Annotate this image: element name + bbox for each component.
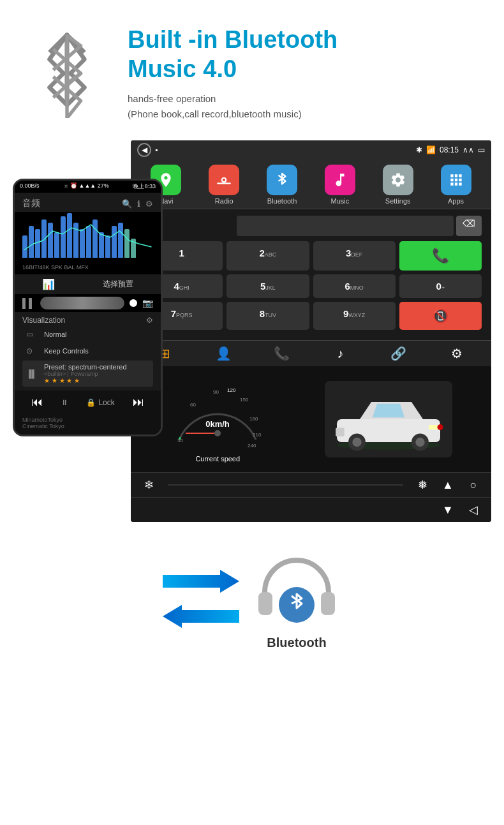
svg-text:120: 120 bbox=[227, 387, 236, 393]
apps-label: Apps bbox=[448, 197, 464, 205]
key-0[interactable]: 0+ bbox=[399, 274, 482, 298]
nav-music-icon[interactable]: ♪ bbox=[327, 346, 353, 361]
eq-bar-1 bbox=[22, 235, 27, 258]
next-btn[interactable]: ⏭ bbox=[133, 396, 144, 409]
eq-bar-7 bbox=[61, 216, 66, 258]
key-9[interactable]: 9WXYZ bbox=[313, 302, 396, 330]
viz-item-normal[interactable]: ▭ Normal bbox=[22, 327, 153, 341]
phone-overlay: 0.00B/s ☼ ⏰ ▲▲▲ 27% 晚上8:33 音频 🔍 ℹ ⚙ bbox=[13, 179, 163, 436]
phone-bars2-icon[interactable]: ▌▌ bbox=[22, 298, 35, 308]
normal-label: Normal bbox=[44, 331, 66, 338]
pause-btn[interactable]: ⏸ bbox=[61, 398, 68, 407]
nav-settings2-icon[interactable]: ⚙ bbox=[444, 346, 470, 361]
signal-icon: 📶 bbox=[426, 145, 436, 154]
svg-rect-27 bbox=[336, 428, 345, 437]
phone-camera-icon[interactable]: 📷 bbox=[142, 298, 153, 308]
svg-marker-29 bbox=[163, 570, 239, 593]
dial-input-row: ⌫ bbox=[140, 216, 482, 236]
bluetooth-app-icon bbox=[267, 165, 297, 195]
dialpad-area: ⌫ 1 2ABC 3DEF 📞 4GHI 5JKL 6MNO 0+ 7PQRS … bbox=[131, 209, 491, 340]
bottom-bluetooth-label: Bluetooth bbox=[267, 635, 326, 650]
eq-bar-13 bbox=[99, 232, 104, 258]
up-arrow-btn[interactable]: ▲ bbox=[435, 479, 461, 492]
slider-track bbox=[168, 484, 403, 486]
app-radio[interactable]: Radio bbox=[209, 165, 239, 205]
phone-preset-label[interactable]: 选择预置 bbox=[103, 279, 133, 290]
svg-text:90: 90 bbox=[213, 389, 219, 395]
eq-bar-5 bbox=[48, 223, 53, 258]
keep-label: Keep Controls bbox=[44, 347, 89, 355]
apps-icon bbox=[441, 165, 471, 195]
fan2-icon[interactable]: ❅ bbox=[410, 478, 435, 492]
home-circle-btn[interactable]: ○ bbox=[461, 479, 486, 492]
key-8[interactable]: 8TUV bbox=[226, 302, 309, 330]
android-bar: ❄ ❅ ▲ ○ bbox=[131, 472, 491, 497]
key-3[interactable]: 3DEF bbox=[313, 241, 396, 271]
call-button[interactable]: 📞 bbox=[399, 241, 482, 271]
down-arrow-btn[interactable]: ▼ bbox=[435, 503, 461, 517]
phone-settings-icon[interactable]: ⚙ bbox=[145, 199, 153, 209]
eq-bar-14 bbox=[105, 235, 110, 258]
key-6[interactable]: 6MNO bbox=[313, 274, 396, 298]
app-bluetooth[interactable]: Bluetooth bbox=[267, 165, 297, 205]
top-text: Built -in Bluetooth Music 4.0 hands-free… bbox=[128, 19, 337, 122]
music-label: Music bbox=[331, 197, 350, 205]
eq-bar-15 bbox=[112, 226, 117, 258]
bottom-section: Bluetooth bbox=[0, 528, 504, 669]
phone-bars-icon[interactable]: 📊 bbox=[42, 278, 55, 290]
nav-contacts-icon[interactable]: 👤 bbox=[211, 346, 236, 361]
top-section: Built -in Bluetooth Music 4.0 hands-free… bbox=[0, 0, 504, 140]
eq-bar-8 bbox=[67, 213, 72, 258]
eq-bar-10 bbox=[80, 229, 85, 258]
waveform-line bbox=[40, 297, 124, 309]
nav-link-icon[interactable]: 🔗 bbox=[386, 346, 411, 361]
arrow-left-svg bbox=[163, 602, 239, 631]
expand-icon: ∧∧ bbox=[463, 145, 474, 154]
keep-icon: ⊙ bbox=[26, 346, 39, 355]
key-2[interactable]: 2ABC bbox=[226, 241, 309, 271]
viz-item-preset[interactable]: ▐▌ Preset: spectrum-centered <builtin> |… bbox=[22, 360, 153, 387]
app-row: Navi Radio Bluetooth Mu bbox=[131, 160, 491, 209]
svg-point-28 bbox=[437, 424, 443, 430]
keypad-grid: 1 2ABC 3DEF 📞 4GHI 5JKL 6MNO 0+ 7PQRS 8T… bbox=[140, 241, 482, 330]
phone-info-icon[interactable]: ℹ bbox=[137, 199, 140, 209]
bluetooth-icon-large bbox=[26, 19, 108, 128]
viz-items: ▭ Normal ⊙ Keep Controls ▐▌ Preset: spec… bbox=[22, 327, 153, 387]
car-image bbox=[325, 381, 452, 457]
bottom-nav: ⊞ 👤 📞 ♪ 🔗 ⚙ bbox=[131, 340, 491, 366]
bt-status-icon: ✱ bbox=[416, 145, 422, 154]
key-5[interactable]: 5JKL bbox=[226, 274, 309, 298]
svg-text:30: 30 bbox=[177, 438, 183, 443]
viz-item-keep[interactable]: ⊙ Keep Controls bbox=[22, 344, 153, 358]
viz-settings-icon[interactable]: ⚙ bbox=[146, 316, 153, 325]
normal-icon: ▭ bbox=[26, 330, 39, 339]
fan-icon[interactable]: ❄ bbox=[136, 478, 161, 492]
arrow-right-svg bbox=[163, 567, 239, 596]
svg-text:150: 150 bbox=[240, 397, 249, 403]
phone-header: 音频 🔍 ℹ ⚙ bbox=[15, 193, 161, 212]
end-call-button[interactable]: 📵 bbox=[399, 302, 482, 330]
app-apps[interactable]: Apps bbox=[441, 165, 471, 205]
nav-calls-icon[interactable]: 📞 bbox=[269, 346, 295, 361]
prev-btn[interactable]: ⏮ bbox=[31, 396, 43, 409]
delete-button[interactable]: ⌫ bbox=[456, 216, 482, 236]
song-info: MinamotoTokyo Cinematic Tokyo bbox=[15, 414, 161, 435]
svg-point-25 bbox=[415, 438, 424, 447]
lock-label: Lock bbox=[98, 398, 114, 407]
lock-btn[interactable]: 🔒 Lock bbox=[86, 398, 114, 407]
battery-icon: ▭ bbox=[478, 145, 485, 154]
back-button[interactable]: ◀ bbox=[137, 143, 151, 157]
back-triangle-btn[interactable]: ◁ bbox=[461, 503, 486, 517]
phone-time: 晚上8:33 bbox=[133, 182, 156, 191]
app-settings[interactable]: Settings bbox=[383, 165, 413, 205]
speedometer-svg: 30 60 90 120 150 180 210 240 0km/h bbox=[170, 376, 265, 452]
bluetooth-label: Bluetooth bbox=[267, 197, 297, 205]
radio-icon bbox=[209, 165, 239, 195]
phone-search-icon[interactable]: 🔍 bbox=[122, 199, 132, 209]
eq-bar-17 bbox=[124, 229, 130, 258]
phone-app-title: 音频 bbox=[22, 198, 40, 209]
app-music[interactable]: Music bbox=[325, 165, 355, 205]
device-area: 0.00B/s ☼ ⏰ ▲▲▲ 27% 晚上8:33 音频 🔍 ℹ ⚙ bbox=[13, 140, 491, 522]
car-unit: ◀ ▪ ✱ 📶 08:15 ∧∧ ▭ Navi bbox=[131, 140, 491, 522]
eq-bar-18 bbox=[131, 239, 136, 258]
